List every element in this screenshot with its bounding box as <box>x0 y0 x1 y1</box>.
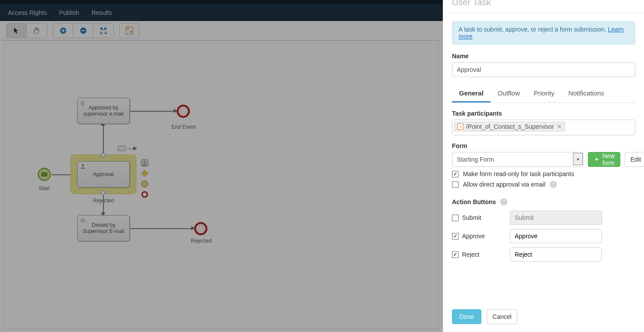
nav-results[interactable]: Results <box>85 9 118 16</box>
tab-notifications[interactable]: Notifications <box>561 86 611 102</box>
node-palette[interactable] <box>141 159 149 198</box>
rejected-end-label: Rejected <box>179 238 223 244</box>
info-text: A task to submit, approve, or reject a f… <box>459 26 608 33</box>
new-form-button[interactable]: ＋ New form <box>588 152 620 167</box>
top-nav: Access Rights Publish Results <box>0 0 443 21</box>
approve-checkbox[interactable] <box>452 233 459 240</box>
user-task-panel: User Task A task to submit, approve, or … <box>443 0 644 332</box>
help-icon[interactable]: ? <box>500 198 507 205</box>
submit-action-label: Submit <box>462 214 481 221</box>
participant-token[interactable]: ⎆ /Point_of_Contact_s_Supervisor ✕ <box>454 122 565 131</box>
workflow-canvas[interactable]: Start Approval Rejected ⚙ <box>4 40 438 329</box>
palette-timer-icon[interactable] <box>141 180 149 188</box>
zoom-in-button[interactable] <box>53 24 73 38</box>
submit-checkbox[interactable] <box>452 215 459 221</box>
palette-end-icon[interactable] <box>141 191 149 198</box>
svg-rect-3 <box>127 28 129 30</box>
panel-title: User Task <box>452 0 635 13</box>
envelope-icon <box>41 172 47 177</box>
end-event-top[interactable] <box>177 105 190 118</box>
toolbar <box>0 21 443 40</box>
tab-priority[interactable]: Priority <box>527 86 562 102</box>
minimap-icon <box>125 27 133 35</box>
svg-point-8 <box>144 161 146 163</box>
participants-field[interactable]: ⎆ /Point_of_Contact_s_Supervisor ✕ <box>452 120 635 135</box>
svg-point-6 <box>82 164 84 166</box>
direct-approval-checkbox[interactable] <box>452 181 459 188</box>
plus-circle-icon <box>59 27 67 35</box>
cancel-button[interactable]: Cancel <box>487 309 517 324</box>
form-select[interactable] <box>452 152 584 167</box>
readonly-checkbox[interactable] <box>452 171 459 177</box>
palette-user-icon[interactable] <box>141 159 149 167</box>
tab-general[interactable]: General <box>452 86 491 102</box>
end-event-bottom[interactable] <box>194 222 207 235</box>
reject-checkbox[interactable] <box>452 251 459 258</box>
nav-access-rights[interactable]: Access Rights <box>2 9 53 16</box>
direct-approval-label: Allow direct approval via email <box>463 181 545 188</box>
expand-icon <box>100 27 107 34</box>
minus-circle-icon <box>79 27 87 35</box>
name-label: Name <box>452 53 635 60</box>
approved-email-task[interactable]: ⚙ Approved by supervisor e-mail <box>77 98 130 124</box>
svg-point-12 <box>144 184 146 185</box>
gear-icon: ⚙ <box>80 217 85 224</box>
approve-action-label: Approve <box>462 233 485 240</box>
approval-task-label: Approval <box>93 171 114 177</box>
start-label: Start <box>22 185 66 191</box>
hand-icon <box>33 27 41 35</box>
end-event-label: End Event <box>162 124 206 130</box>
denied-email-label: Denied by Supervisor E-mail <box>79 222 128 234</box>
reject-action-input[interactable] <box>510 247 602 261</box>
panel-tabs: General Outflow Priority Notifications <box>452 86 635 103</box>
svg-rect-4 <box>130 31 132 33</box>
tab-outflow[interactable]: Outflow <box>491 86 527 102</box>
attach-handle[interactable] <box>118 146 126 151</box>
participant-token-label: /Point_of_Contact_s_Supervisor <box>466 123 554 130</box>
plus-icon: ＋ <box>594 155 600 163</box>
form-label: Form <box>452 142 635 149</box>
nav-publish[interactable]: Publish <box>53 9 85 16</box>
new-form-label: New form <box>602 152 615 166</box>
start-event[interactable] <box>38 168 51 181</box>
user-icon <box>80 163 85 170</box>
gear-icon: ⚙ <box>80 100 85 106</box>
name-input[interactable] <box>452 62 635 77</box>
reject-action-label: Reject <box>462 251 480 258</box>
pointer-tool[interactable] <box>7 24 27 38</box>
submit-action-input <box>510 211 602 225</box>
fit-button[interactable] <box>93 24 114 38</box>
denied-email-task[interactable]: ⚙ Denied by Supervisor E-mail <box>77 215 130 241</box>
pan-tool[interactable] <box>27 24 47 38</box>
participants-label: Task participants <box>452 110 635 117</box>
svg-point-13 <box>142 192 147 197</box>
zoom-out-button[interactable] <box>73 24 93 38</box>
approve-action-input[interactable] <box>510 229 602 243</box>
cursor-icon <box>14 27 20 34</box>
action-buttons-label: Action Buttons <box>452 198 496 205</box>
remove-token-icon[interactable]: ✕ <box>557 123 562 130</box>
help-icon[interactable]: ? <box>550 181 557 188</box>
field-icon: ⎆ <box>457 124 463 130</box>
edit-form-button[interactable]: Edit <box>625 152 644 167</box>
info-banner: A task to submit, approve, or reject a f… <box>452 21 635 45</box>
approval-task[interactable]: Approval <box>77 161 130 187</box>
readonly-label: Make form read-only for task participant… <box>463 170 574 177</box>
overview-button[interactable] <box>119 23 139 38</box>
svg-rect-9 <box>142 170 148 177</box>
approved-email-label: Approved by supervisor e-mail <box>79 105 128 117</box>
done-button[interactable]: Done <box>452 309 481 324</box>
palette-gateway-icon[interactable] <box>141 170 149 177</box>
